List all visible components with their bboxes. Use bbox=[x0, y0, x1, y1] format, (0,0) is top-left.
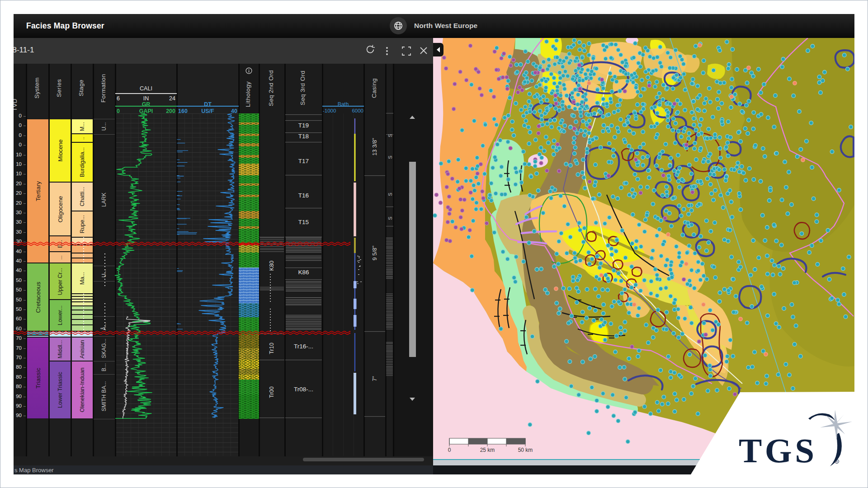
svg-text:50 km: 50 km bbox=[518, 447, 533, 453]
svg-text:R: R bbox=[836, 460, 838, 463]
svg-text:TGS: TGS bbox=[739, 431, 817, 470]
svg-text:0: 0 bbox=[448, 447, 451, 453]
svg-text:25 km: 25 km bbox=[480, 447, 495, 453]
